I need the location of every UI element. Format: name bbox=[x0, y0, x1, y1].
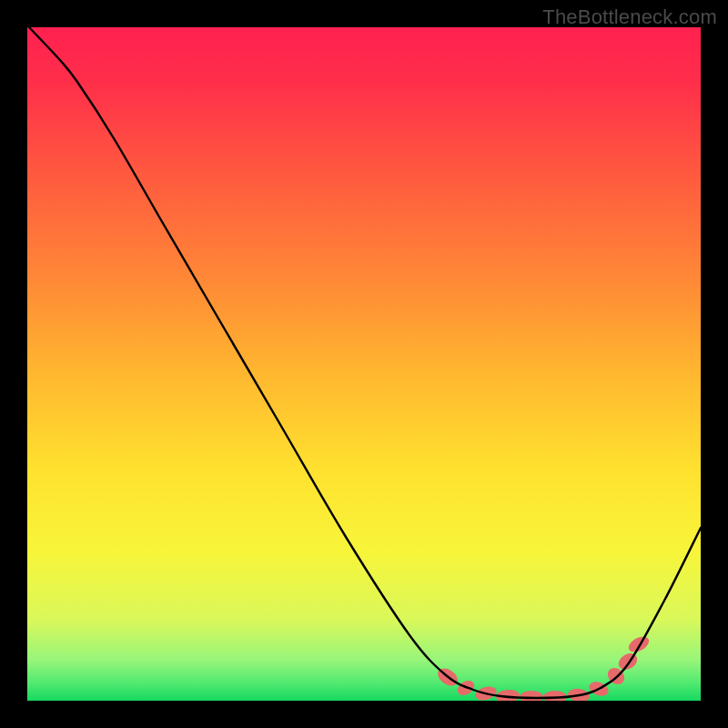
chart-svg bbox=[27, 27, 701, 701]
plot-area bbox=[27, 27, 701, 701]
attribution-label: TheBottleneck.com bbox=[542, 5, 717, 29]
chart-stage: TheBottleneck.com bbox=[0, 0, 728, 728]
gradient-background bbox=[27, 27, 701, 701]
